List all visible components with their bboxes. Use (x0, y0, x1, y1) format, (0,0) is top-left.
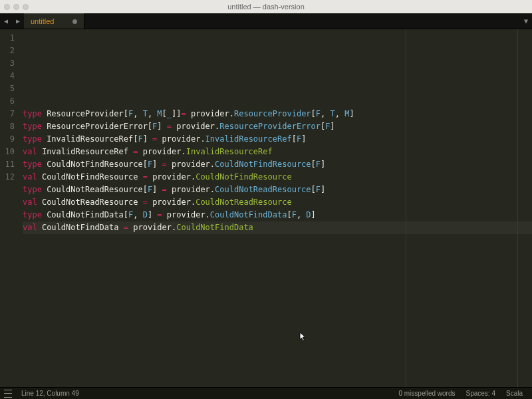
dirty-indicator-icon (72, 19, 77, 24)
code-line[interactable]: type CouldNotFindResource[F] = provider.… (23, 158, 532, 171)
gutter-line: 7 (0, 108, 15, 120)
ruler-2 (517, 29, 518, 387)
code-line[interactable]: val CouldNotFindResource = provider.Coul… (23, 171, 532, 184)
gutter-line: 5 (0, 82, 15, 95)
code-line[interactable]: type CouldNotReadResource[F] = provider.… (23, 184, 532, 196)
tab-label: untitled (31, 17, 54, 25)
tab-untitled[interactable]: untitled (24, 13, 84, 29)
ruler-1 (406, 29, 406, 387)
nav-back-icon[interactable]: ◀ (0, 13, 12, 29)
status-spellcheck[interactable]: 0 misspelled words (393, 390, 460, 397)
code-line[interactable]: type CouldNotFindData[F, D] = provider.C… (23, 209, 532, 221)
minimize-dot[interactable] (13, 4, 19, 10)
code-line[interactable]: type ResourceProvider[F, T, M[_]]= provi… (23, 108, 532, 120)
nav-forward-icon[interactable]: ▶ (12, 13, 24, 29)
tab-bar: ◀ ▶ untitled ▼ (0, 13, 532, 29)
gutter-line: 1 (0, 32, 15, 45)
status-bar: Line 12, Column 49 0 misspelled words Sp… (0, 387, 532, 399)
gutter-line: 6 (0, 95, 15, 108)
status-spaces[interactable]: Spaces: 4 (461, 390, 501, 397)
code-line[interactable]: type ResourceProviderError[F] = provider… (23, 120, 532, 133)
maximize-dot[interactable] (23, 4, 29, 10)
gutter-line: 10 (0, 146, 15, 158)
menu-icon[interactable] (4, 390, 12, 398)
tabbar-spacer (84, 13, 520, 29)
gutter-line: 12 (0, 171, 15, 184)
gutter-line: 3 (0, 57, 15, 70)
tabs-dropdown-icon[interactable]: ▼ (520, 13, 532, 29)
status-language[interactable]: Scala (501, 390, 528, 397)
gutter: 123456789101112 (0, 29, 19, 387)
gutter-line: 2 (0, 45, 15, 57)
code-line[interactable]: val InvalidResourceRef = provider.Invali… (23, 146, 532, 158)
gutter-line: 4 (0, 70, 15, 82)
code-line[interactable]: val CouldNotReadResource = provider.Coul… (23, 196, 532, 209)
code-line[interactable] (23, 82, 532, 95)
code-line[interactable]: type InvalidResourceRef[F] = provider.In… (23, 133, 532, 146)
code-line[interactable]: val CouldNotFindData = provider.CouldNot… (23, 221, 532, 234)
window-title: untitled — dash-version (227, 3, 305, 11)
window-titlebar: untitled — dash-version (0, 0, 532, 13)
traffic-lights (4, 4, 29, 10)
gutter-line: 8 (0, 120, 15, 133)
editor[interactable]: 123456789101112 type ResourceProvider[F,… (0, 29, 532, 387)
code-area[interactable]: type ResourceProvider[F, T, M[_]]= provi… (19, 29, 532, 387)
close-dot[interactable] (4, 4, 10, 10)
gutter-line: 9 (0, 133, 15, 146)
code-line[interactable] (23, 95, 532, 108)
gutter-line: 11 (0, 158, 15, 171)
status-position[interactable]: Line 12, Column 49 (16, 390, 84, 397)
